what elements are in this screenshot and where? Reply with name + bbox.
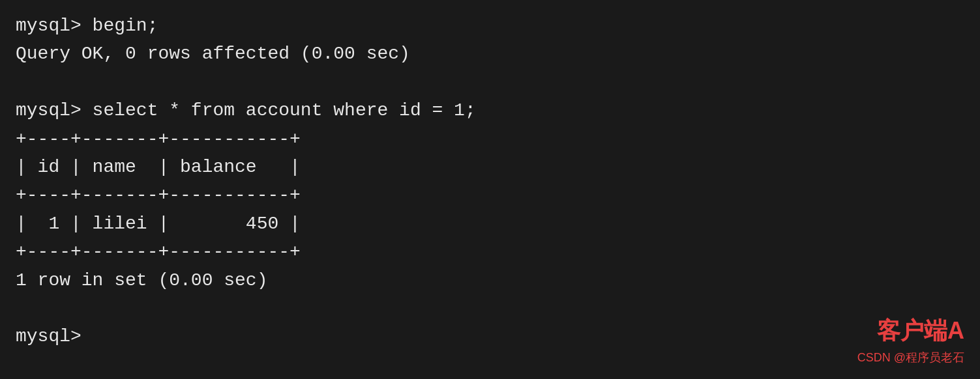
watermark-title: 客户端A xyxy=(857,313,964,349)
table-bottom-border: +----+-------+-----------+ xyxy=(16,238,964,266)
prompt-line: mysql> xyxy=(16,322,964,350)
terminal-content: mysql> begin; Query OK, 0 rows affected … xyxy=(16,12,964,351)
table-top-border: +----+-------+-----------+ xyxy=(16,125,964,153)
terminal-line-1: mysql> begin; xyxy=(16,12,964,40)
terminal-line-4: mysql> select * from account where id = … xyxy=(16,96,964,124)
watermark-subtitle: CSDN @程序员老石 xyxy=(857,349,964,367)
empty-line-2 xyxy=(16,294,964,322)
terminal-line-2: Query OK, 0 rows affected (0.00 sec) xyxy=(16,40,964,68)
table-mid-border: +----+-------+-----------+ xyxy=(16,181,964,209)
table-header: | id | name | balance | xyxy=(16,153,964,181)
watermark: 客户端A CSDN @程序员老石 xyxy=(857,313,964,367)
terminal-window: mysql> begin; Query OK, 0 rows affected … xyxy=(0,0,980,379)
row-count-line: 1 row in set (0.00 sec) xyxy=(16,266,964,294)
empty-line-1 xyxy=(16,68,964,96)
table-row: | 1 | lilei | 450 | xyxy=(16,210,964,238)
